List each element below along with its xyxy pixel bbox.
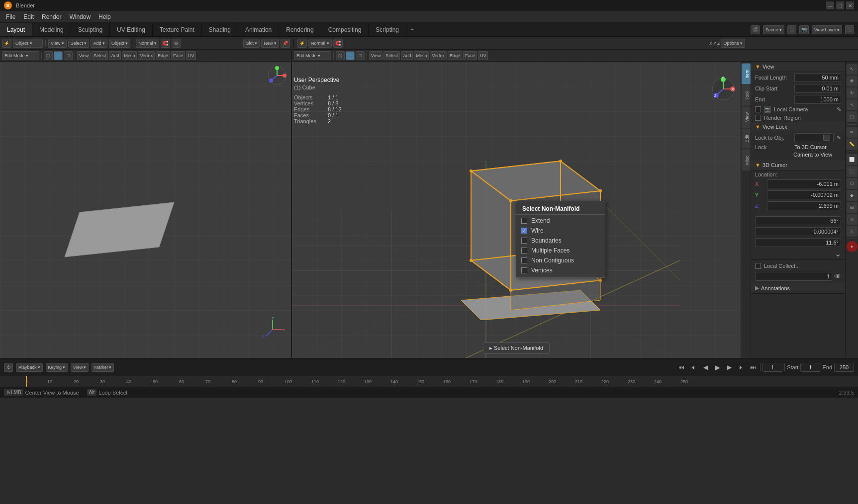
menu-file[interactable]: File bbox=[2, 12, 19, 21]
timeline-mode-icon[interactable]: ⏱ bbox=[4, 363, 13, 372]
context-item-vertices[interactable]: Vertices bbox=[516, 265, 605, 275]
tab-animation[interactable]: Animation bbox=[238, 23, 279, 36]
non-contiguous-checkbox[interactable] bbox=[521, 257, 527, 263]
cursor-angle1-field[interactable]: 66° bbox=[755, 216, 841, 225]
vp1-select-dropdown[interactable]: Select ▾ bbox=[68, 39, 90, 48]
vp1-face-mode[interactable]: □ bbox=[64, 51, 73, 60]
vp2-edge-btn[interactable]: Edge bbox=[448, 51, 462, 60]
jump-end-btn[interactable]: ⏭ bbox=[748, 362, 758, 372]
vp2-view-btn[interactable]: View bbox=[369, 51, 382, 60]
tab-uv-editing[interactable]: UV Editing bbox=[110, 23, 153, 36]
tool-transform-icon[interactable]: ⬚ bbox=[847, 111, 858, 122]
tab-shading[interactable]: Shading bbox=[202, 23, 238, 36]
keying-dropdown[interactable]: Keying ▾ bbox=[46, 363, 68, 372]
vp1-view-dropdown[interactable]: View ▾ bbox=[48, 39, 67, 48]
vp2-options-dropdown[interactable]: Options ▾ bbox=[721, 39, 745, 48]
vp1-mesh-btn[interactable]: Mesh bbox=[122, 51, 137, 60]
side-tab-view[interactable]: View bbox=[742, 106, 751, 128]
next-frame-btn[interactable]: ▶ bbox=[724, 362, 734, 372]
end-frame-field[interactable]: 250 bbox=[834, 363, 854, 372]
draw-icon[interactable]: ● bbox=[847, 241, 858, 252]
vp1-normal-dropdown[interactable]: Normal ▾ bbox=[136, 39, 159, 48]
view-section-header[interactable]: ▼ View bbox=[751, 62, 845, 72]
menu-edit[interactable]: Edit bbox=[19, 12, 38, 21]
tab-scripting[interactable]: Scripting bbox=[369, 23, 406, 36]
tool-add-cube-icon[interactable]: ⬜ bbox=[847, 154, 858, 165]
layer-number-field[interactable]: 1 bbox=[755, 272, 832, 281]
vp1-uv-btn[interactable]: UV bbox=[186, 51, 196, 60]
menu-render[interactable]: Render bbox=[38, 12, 65, 21]
prev-frame-btn[interactable]: ◀ bbox=[700, 362, 710, 372]
local-camera-edit-btn[interactable]: ✎ bbox=[837, 106, 841, 113]
cursor-x-field[interactable]: -6.011 m bbox=[767, 179, 841, 188]
context-item-wire[interactable]: ✓ Wire bbox=[516, 226, 605, 236]
vp1-mode-icon[interactable]: ⚡ bbox=[2, 39, 11, 48]
tab-modeling[interactable]: Modeling bbox=[32, 23, 71, 36]
maximize-button[interactable]: □ bbox=[836, 1, 844, 9]
vp1-sel-btn[interactable]: Select bbox=[92, 51, 108, 60]
local-camera-checkbox[interactable] bbox=[755, 106, 761, 112]
cursor-z-field[interactable]: 2.699 m bbox=[767, 201, 841, 210]
vp1-add-dropdown[interactable]: Add ▾ bbox=[91, 39, 107, 48]
boundaries-checkbox[interactable] bbox=[521, 238, 527, 244]
context-item-non-contiguous[interactable]: Non Contiguous bbox=[516, 255, 605, 265]
frame-ruler[interactable]: 1 10 20 30 40 50 60 70 80 90 100 110 120… bbox=[0, 376, 858, 387]
vp2-add-btn[interactable]: Add bbox=[401, 51, 413, 60]
vp1-pin-btn[interactable]: 📌 bbox=[281, 39, 290, 48]
vp2-mesh-btn[interactable]: Mesh bbox=[414, 51, 429, 60]
vp2-uv-btn[interactable]: UV bbox=[478, 51, 488, 60]
tool-knife-icon[interactable]: ⚔ bbox=[847, 214, 858, 225]
tool-extrude-icon[interactable]: ⬛ bbox=[847, 166, 858, 177]
vp1-edge-mode[interactable]: ─ bbox=[54, 51, 63, 60]
vp2-vertex-btn[interactable]: Vertex bbox=[430, 51, 447, 60]
local-collect-checkbox[interactable] bbox=[755, 263, 761, 269]
scene-dropdown[interactable]: Scene▾ bbox=[763, 25, 784, 34]
tool-move-icon[interactable]: ✥ bbox=[847, 76, 858, 86]
vp2-snap-btn[interactable]: 🧲 bbox=[333, 39, 343, 48]
tool-measure-icon[interactable]: 📏 bbox=[847, 139, 858, 150]
side-tab-tool[interactable]: Tool bbox=[742, 85, 751, 106]
tab-texture-paint[interactable]: Texture Paint bbox=[153, 23, 202, 36]
vp1-edit-mode-dropdown[interactable]: Edit Mode ▾ bbox=[2, 51, 39, 60]
cursor-section-header[interactable]: ▼ 3D Cursor bbox=[751, 160, 845, 170]
select-non-manifold-popup[interactable]: ▸ Select Non-Manifold bbox=[483, 342, 550, 354]
vp2-face-btn[interactable]: Face bbox=[463, 51, 477, 60]
vp1-snap-btn[interactable]: 🧲 bbox=[161, 39, 170, 48]
to-3d-cursor-btn[interactable]: To 3D Cursor bbox=[794, 144, 827, 150]
vp1-new-btn[interactable]: New ▾ bbox=[261, 39, 279, 48]
context-item-extend[interactable]: Extend bbox=[516, 216, 605, 226]
tab-sculpting[interactable]: Sculpting bbox=[71, 23, 110, 36]
tool-inset-icon[interactable]: ⬡ bbox=[847, 178, 858, 189]
tool-poly-icon[interactable]: △ bbox=[847, 226, 858, 237]
vp2-edit-mode-dropdown[interactable]: Edit Mode ▾ bbox=[294, 51, 331, 60]
cursor-y-field[interactable]: -0.00702 m bbox=[767, 190, 841, 199]
vp1-face-btn[interactable]: Face bbox=[171, 51, 185, 60]
menu-window[interactable]: Window bbox=[65, 12, 95, 21]
close-button[interactable]: ✕ bbox=[846, 1, 854, 9]
menu-help[interactable]: Help bbox=[95, 12, 115, 21]
extend-checkbox[interactable] bbox=[521, 218, 527, 224]
local-camera-icon[interactable]: 📷 bbox=[764, 106, 771, 113]
tool-bevel-icon[interactable]: ◆ bbox=[847, 190, 858, 201]
expand-icon[interactable]: ⌄ bbox=[835, 249, 841, 258]
vp1-add-btn[interactable]: Add bbox=[109, 51, 121, 60]
vp2-edge-mode[interactable]: ─ bbox=[346, 51, 355, 60]
camera-to-view-btn[interactable]: Camera to View bbox=[793, 152, 832, 158]
vertices-checkbox[interactable] bbox=[521, 267, 527, 273]
vp1-object-dropdown[interactable]: Object ▾ bbox=[109, 39, 131, 48]
multiple-faces-checkbox[interactable] bbox=[521, 248, 527, 253]
tab-rendering[interactable]: Rendering bbox=[279, 23, 321, 36]
vp2-normal-dropdown[interactable]: Normal ▾ bbox=[308, 39, 332, 48]
add-workspace-button[interactable]: + bbox=[406, 23, 418, 36]
view-timeline-dropdown[interactable]: View ▾ bbox=[71, 363, 89, 372]
context-item-multiple-faces[interactable]: Multiple Faces bbox=[516, 246, 605, 255]
lock-obj-field[interactable] bbox=[794, 133, 834, 142]
lock-obj-edit-btn[interactable]: ✎ bbox=[837, 135, 841, 141]
tool-annotate-icon[interactable]: ✏ bbox=[847, 127, 858, 138]
focal-length-field[interactable]: 50 mm bbox=[794, 73, 841, 82]
play-pause-btn[interactable]: ▶ bbox=[712, 362, 722, 372]
vp1-vertex-btn[interactable]: Vertex bbox=[138, 51, 155, 60]
start-frame-field[interactable]: 1 bbox=[800, 363, 820, 372]
vp2-vertex-mode[interactable]: ⬡ bbox=[336, 51, 345, 60]
next-keyframe-btn[interactable]: ⏵ bbox=[736, 362, 746, 372]
